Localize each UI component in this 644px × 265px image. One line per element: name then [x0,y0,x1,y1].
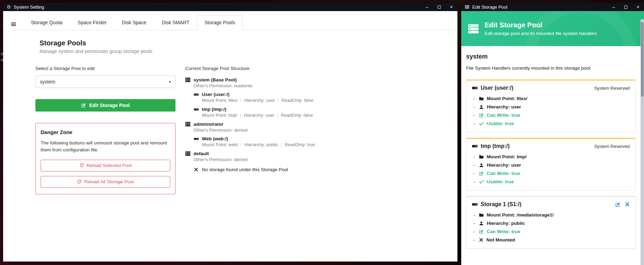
empty-pool-message: No storage found under this Storage Pool [194,167,457,172]
pool-permission: Other's Permission: readwrite [194,83,457,88]
edit-pool-banner: Edit Storage Pool Edit storage pool and … [461,11,644,46]
banner-subtitle: Edit storage pool and its mounted file s… [484,31,597,36]
pool-name: system (Base Pool) [194,77,237,82]
tab-space-finder[interactable]: Space Finder [70,15,114,30]
storage-mount: Mount Point: files/ [202,98,238,103]
handler-card-storage1: Storage 1 (S1:/) [466,196,636,249]
remove-handler-icon[interactable] [625,202,630,207]
tab-bar: Storage Quota Space Finder Disk Space Di… [3,11,457,30]
check-icon [479,179,484,184]
edit-icon [81,103,86,108]
handler-item-text: Hierarchy: user [487,162,521,168]
chevron-down-icon: ▾ [169,79,171,84]
tab-disk-space[interactable]: Disk Space [114,15,154,30]
storage-pool-select[interactable]: system ▾ [35,76,175,88]
maximize-button[interactable] [620,3,632,11]
handler-title: User (user:/) [481,85,513,91]
user-icon [479,163,484,168]
edit-storage-pool-window: Edit Storage Pool – × Edit Storage Pool … [461,3,644,265]
handler-usable: Usable: true [473,179,630,184]
window-controls: – × [421,3,457,11]
system-settings-window: ⚙ System Setting – × Storage Quota Space… [3,3,457,262]
storage-readonly: ReadOnly: false [281,113,313,118]
storage-name: User (user:/) [202,92,230,97]
divider [277,113,278,117]
storage-node-web: Web (web:/) Mount Point: web/ Hierarchy:… [194,136,457,147]
edit-storage-pool-button[interactable]: Edit Storage Pool [35,99,175,112]
handler-item-text: Usable: true [487,179,514,184]
danger-zone-title: Danger Zone [41,129,170,135]
divider [281,143,282,147]
folder-icon [479,96,484,101]
maximize-button[interactable] [433,3,445,11]
page-subtitle: Manage system and permission group stora… [40,48,457,54]
storage-hierarchy: Hierarchy: user [244,98,275,103]
storage-mount: Mount Point: tmp/ [202,113,237,118]
reload-selected-pool-button[interactable]: Reload Selected Pool [41,160,170,171]
close-button[interactable]: × [632,3,644,11]
handler-can-write: Can Write: true [473,229,630,234]
tab-storage-quota[interactable]: Storage Quota [23,15,70,30]
reload-selected-pool-label: Reload Selected Pool [87,163,132,168]
handler-item-text: Usable: true [487,121,514,126]
server-icon [185,77,190,82]
edit-pool-titlebar[interactable]: Edit Storage Pool – × [461,3,644,11]
refresh-icon [77,179,81,184]
storage-hierarchy: Hierarchy: user [244,113,274,118]
check-icon [479,121,484,126]
handler-item-text: Can Write: true [487,171,521,176]
menu-icon [465,5,470,9]
handlers-description: File System Handlers currently mounted i… [466,65,636,71]
scrollbar-thumb[interactable] [641,22,644,97]
close-button[interactable]: × [445,3,457,11]
selected-pool-value: system [40,79,55,85]
handler-hierarchy: Hierarchy: user [473,104,630,109]
system-settings-titlebar[interactable]: ⚙ System Setting – × [3,3,457,11]
times-icon [479,238,483,242]
user-icon [479,105,484,109]
drive-icon [194,107,199,112]
pool-node-system: system (Base Pool) Other's Permission: r… [185,77,457,118]
drive-icon [194,92,199,97]
handler-item-text: Can Write: true [487,229,521,234]
minimize-button[interactable]: – [421,3,433,11]
handler-can-write: Can Write: true [473,171,630,176]
handler-actions [615,202,630,207]
edit-handler-icon[interactable] [615,202,620,207]
reload-all-pool-button[interactable]: Reload All Storage Pool [41,176,170,188]
structure-title: Current Storage Pool Structure [185,66,457,71]
reload-all-pool-label: Reload All Storage Pool [84,179,134,184]
system-reserved-badge: System Reserved [594,86,630,91]
times-icon [194,167,198,172]
handler-item-text: Mount Point: tmp/ [487,154,527,159]
scrollbar[interactable] [641,19,644,265]
system-reserved-badge: System Reserved [594,144,630,149]
storage-name: Web (web:/) [202,136,228,141]
handler-card-user: User (user:/) System Reserved Mount Poin… [466,80,636,132]
handler-mount-point: Mount Point: /media/storage1/ [473,212,630,218]
window-title: System Setting [14,5,44,10]
divider [241,143,241,147]
pool-name-heading: system [466,53,636,60]
danger-zone-description: The following buttons will unmount stora… [41,140,170,154]
drive-icon [472,143,478,149]
drive-icon [194,136,199,141]
folder-icon [479,213,484,218]
pool-node-default: default Other's Permission: denied No st… [185,151,457,172]
window-controls: – × [608,3,644,11]
storage-pools-page: Storage Pools Manage system and permissi… [3,30,457,262]
tab-storage-pools[interactable]: Storage Pools [197,15,243,30]
drive-icon [472,85,478,91]
pool-structure-panel: Current Storage Pool Structure system (B… [185,66,457,194]
minimize-button[interactable]: – [608,3,620,11]
pool-permission: Other's Permission: denied [194,157,457,162]
tab-disk-smart[interactable]: Disk SMART [154,15,197,30]
maximize-icon [624,6,627,9]
maximize-icon [438,6,441,9]
menu-icon[interactable] [11,21,16,27]
storage-readonly: ReadOnly: true [285,142,315,147]
storage-hierarchy: Hierarchy: public [244,142,278,147]
storage-mount: Mount Point: web/ [202,142,238,147]
storage-node-tmp: tmp (tmp:/) Mount Point: tmp/ Hierarchy:… [194,107,457,118]
banner-title: Edit Storage Pool [484,21,597,29]
